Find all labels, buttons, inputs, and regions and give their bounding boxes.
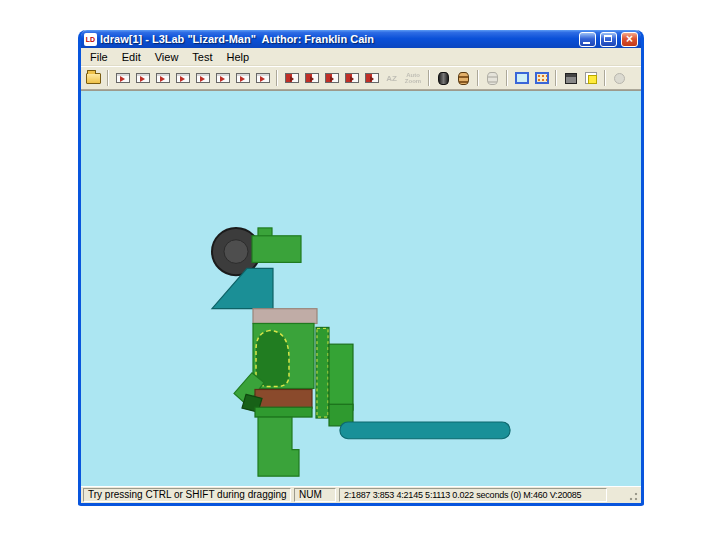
view-right-button[interactable] — [173, 69, 192, 88]
toolbar: AZAuto Zoom — [81, 66, 641, 90]
step-forward-button[interactable] — [342, 69, 361, 88]
menu-help[interactable]: Help — [220, 49, 257, 65]
menu-edit[interactable]: Edit — [115, 49, 148, 65]
maximize-button[interactable] — [600, 32, 617, 47]
view-front-button[interactable] — [113, 69, 132, 88]
view-right-icon — [176, 73, 190, 83]
view-3d-icon — [236, 73, 250, 83]
app-icon: LD — [84, 33, 97, 46]
open-file-icon — [86, 73, 101, 84]
dither-mode-button[interactable] — [532, 69, 551, 88]
step-first-button[interactable] — [282, 69, 301, 88]
extra-tool-button — [610, 69, 629, 88]
menu-bar: FileEditViewTestHelp — [81, 48, 641, 66]
status-num-lock: NUM — [294, 488, 336, 502]
render-shaded-icon — [438, 72, 449, 85]
model-canvas[interactable] — [81, 90, 641, 486]
step-forward-icon — [345, 73, 359, 83]
model-neck-plate — [253, 309, 317, 324]
toolbar-separator — [428, 70, 430, 86]
dither-mode-icon — [535, 72, 549, 84]
close-button[interactable] — [621, 32, 638, 47]
model-snout-wedge — [212, 268, 273, 308]
status-bar: Try pressing CTRL or SHIFT during draggi… — [81, 486, 641, 503]
app-window: LD ldraw[1] - L3Lab "Lizard-Man" Author:… — [78, 30, 644, 506]
step-last-icon — [365, 73, 379, 83]
highlight-tool-button[interactable] — [581, 69, 600, 88]
view-fit-button[interactable] — [253, 69, 272, 88]
menu-view[interactable]: View — [148, 49, 186, 65]
render-bw-icon — [487, 72, 498, 85]
model-tail — [340, 422, 510, 439]
view-back-button[interactable] — [133, 69, 152, 88]
highlight-tool-icon — [585, 72, 597, 84]
view-left-icon — [156, 73, 170, 83]
screen-mode-icon — [515, 72, 529, 84]
model-arm-loop — [256, 330, 289, 386]
az-toggle-icon: AZ — [386, 74, 397, 83]
menu-test[interactable]: Test — [185, 49, 219, 65]
model-back-block — [329, 344, 353, 410]
status-filler — [610, 488, 623, 502]
render-colors-button[interactable] — [454, 69, 473, 88]
solid-mode-icon — [565, 73, 577, 84]
status-hint: Try pressing CTRL or SHIFT during draggi… — [83, 488, 291, 502]
view-top-icon — [196, 73, 210, 83]
auto-zoom-toggle-button: Auto Zoom — [402, 69, 424, 88]
step-back-button[interactable] — [302, 69, 321, 88]
menu-file[interactable]: File — [83, 49, 115, 65]
az-toggle-button: AZ — [382, 69, 401, 88]
model-crest-brick — [252, 236, 301, 263]
open-file-button[interactable] — [84, 69, 103, 88]
view-left-button[interactable] — [153, 69, 172, 88]
screen-mode-button[interactable] — [512, 69, 531, 88]
window-title: ldraw[1] - L3Lab "Lizard-Man" Author: Fr… — [100, 33, 575, 45]
extra-tool-icon — [614, 73, 625, 84]
model-pelvis — [255, 407, 312, 417]
toolbar-separator — [506, 70, 508, 86]
view-back-icon — [136, 73, 150, 83]
view-3d-button[interactable] — [233, 69, 252, 88]
step-first-icon — [285, 73, 299, 83]
toolbar-separator — [276, 70, 278, 86]
view-bottom-icon — [216, 73, 230, 83]
auto-zoom-toggle-icon: Auto Zoom — [403, 72, 423, 84]
view-top-button[interactable] — [193, 69, 212, 88]
step-run-button[interactable] — [322, 69, 341, 88]
render-colors-icon — [458, 72, 469, 85]
toolbar-separator — [604, 70, 606, 86]
minimize-button[interactable] — [579, 32, 596, 47]
model-head-hub — [224, 240, 248, 264]
model-back-strip — [316, 327, 329, 418]
view-front-icon — [116, 73, 130, 83]
model-leg — [258, 417, 299, 476]
view-fit-icon — [256, 73, 270, 83]
step-last-button[interactable] — [362, 69, 381, 88]
step-run-icon — [325, 73, 339, 83]
step-back-icon — [305, 73, 319, 83]
render-shaded-button[interactable] — [434, 69, 453, 88]
toolbar-separator — [107, 70, 109, 86]
resize-grip[interactable] — [626, 489, 639, 502]
view-bottom-button[interactable] — [213, 69, 232, 88]
model-hip — [255, 389, 312, 408]
model-svg[interactable] — [81, 91, 641, 486]
title-bar[interactable]: LD ldraw[1] - L3Lab "Lizard-Man" Author:… — [81, 30, 641, 48]
toolbar-separator — [477, 70, 479, 86]
render-bw-button — [483, 69, 502, 88]
solid-mode-button[interactable] — [561, 69, 580, 88]
status-stats: 2:1887 3:853 4:2145 5:1113 0.022 seconds… — [339, 488, 607, 502]
toolbar-separator — [555, 70, 557, 86]
